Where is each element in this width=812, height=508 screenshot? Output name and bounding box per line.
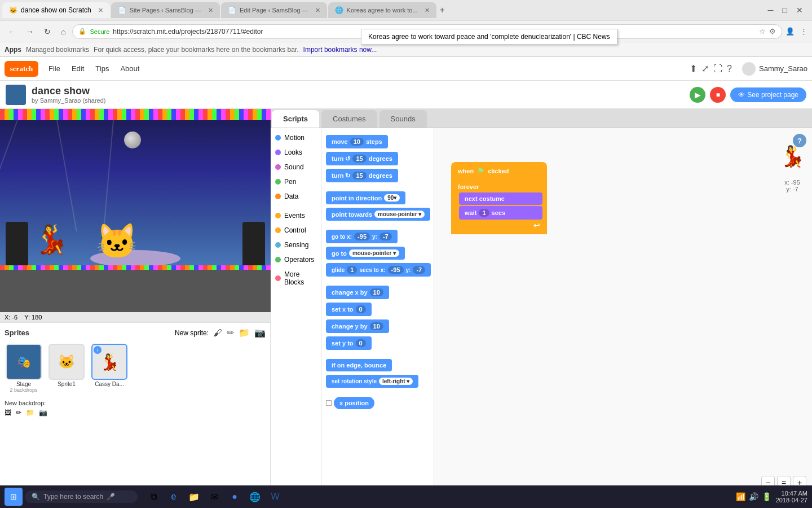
tab-samsblog1[interactable]: 📄 Site Pages ‹ SamsBlog — ✕	[111, 2, 220, 18]
taskbar-task-view[interactable]: ⧉	[144, 488, 162, 506]
block-set-y[interactable]: set y to 0	[326, 335, 429, 351]
green-flag-button[interactable]: ▶	[690, 87, 705, 103]
project-name-input[interactable]	[32, 85, 201, 97]
see-project-button[interactable]: 👁 See project page	[730, 87, 806, 102]
close-button[interactable]: ✕	[794, 5, 805, 16]
x-position-block[interactable]: x position	[334, 397, 374, 409]
sound-icon[interactable]: 🔊	[749, 492, 758, 501]
search-sprite-button[interactable]: ✏	[227, 327, 234, 338]
camera-sprite-button[interactable]: 📷	[254, 327, 266, 338]
apps-link[interactable]: Apps	[5, 46, 21, 54]
turn-ccw-block[interactable]: turn ↺ 15 degrees	[326, 152, 398, 165]
block-goto-xy[interactable]: go to x: -95 y: -7	[326, 229, 429, 244]
change-x-block[interactable]: change x by 10	[326, 286, 389, 299]
set-y-block[interactable]: set y to 0	[326, 336, 372, 350]
managed-bookmarks[interactable]: Managed bookmarks	[26, 46, 89, 54]
upload-icon[interactable]: ⬆	[690, 63, 697, 74]
maximize-button[interactable]: □	[780, 5, 789, 16]
point-towards-dropdown[interactable]: mouse-pointer ▾	[374, 211, 425, 218]
turn-cw-block[interactable]: turn ↻ 15 degrees	[326, 169, 398, 182]
wait-block[interactable]: wait 1 secs	[459, 206, 542, 220]
block-point-towards[interactable]: point towards mouse-pointer ▾	[326, 207, 429, 222]
block-change-y[interactable]: change y by 10	[326, 318, 429, 334]
cat-looks[interactable]: Looks	[271, 145, 321, 160]
taskbar-app6[interactable]: 🌐	[246, 488, 264, 506]
glide-block[interactable]: glide 1 secs to x: -95 y: -7	[326, 263, 431, 277]
menu-icon[interactable]: ⋮	[800, 27, 807, 36]
rotation-dropdown[interactable]: left-right ▾	[379, 378, 413, 385]
upload-backdrop-icon[interactable]: 📁	[26, 409, 34, 417]
block-set-x[interactable]: set x to 0	[326, 301, 429, 317]
cat-motion[interactable]: Motion	[271, 130, 321, 145]
x-position-checkbox[interactable]	[326, 400, 332, 406]
forever-wrapper[interactable]: forever next costume wait 1 secs	[451, 180, 547, 234]
menu-edit[interactable]: Edit	[67, 62, 89, 75]
tab-sounds[interactable]: Sounds	[379, 110, 427, 128]
block-change-x[interactable]: change x by 10	[326, 284, 429, 300]
battery-icon[interactable]: 🔋	[762, 492, 771, 501]
fullscreen2-icon[interactable]: ⛶	[713, 64, 722, 74]
refresh-button[interactable]: ↻	[41, 26, 54, 37]
cat-operators[interactable]: Operators	[271, 252, 321, 267]
taskbar-word[interactable]: W	[266, 488, 284, 506]
tab-news[interactable]: 🌐 Koreas agree to work to... ✕	[328, 2, 436, 18]
block-glide[interactable]: glide 1 secs to x: -95 y: -7	[326, 262, 429, 278]
when-clicked-block[interactable]: when ⚑ clicked	[451, 162, 547, 180]
home-button[interactable]: ⌂	[58, 26, 69, 37]
block-point-dir[interactable]: point in direction 90▾	[326, 190, 429, 205]
block-goto[interactable]: go to mouse-pointer ▾	[326, 246, 429, 261]
menu-tips[interactable]: Tips	[91, 62, 113, 75]
taskbar-chrome[interactable]: ●	[226, 488, 244, 506]
cassy-sprite-item[interactable]: 💃 i Cassy Da...	[90, 343, 129, 394]
help-icon[interactable]: ?	[727, 64, 732, 74]
rotation-style-block[interactable]: set rotation style left-right ▾	[326, 375, 418, 388]
tab-close-scratch[interactable]: ✕	[98, 7, 103, 14]
cat-more-blocks[interactable]: More Blocks	[271, 267, 321, 290]
taskbar-edge[interactable]: e	[165, 488, 183, 506]
set-x-block[interactable]: set x to 0	[326, 303, 372, 316]
bounce-block[interactable]: if on edge, bounce	[326, 359, 392, 371]
menu-file[interactable]: File	[44, 62, 65, 75]
point-towards-block[interactable]: point towards mouse-pointer ▾	[326, 208, 430, 221]
stage-canvas[interactable]: 🐱 💃	[0, 109, 271, 312]
paint-sprite-button[interactable]: 🖌	[213, 328, 222, 338]
back-button[interactable]: ←	[5, 26, 19, 37]
camera-backdrop-icon[interactable]: 📷	[39, 409, 47, 417]
fullscreen-icon[interactable]: ⤢	[701, 63, 709, 74]
paint-backdrop-icon[interactable]: 🖼	[5, 409, 11, 417]
scratch-logo[interactable]: scratch	[5, 61, 38, 77]
start-button[interactable]: ⊞	[5, 488, 23, 506]
tab-samsblog2[interactable]: 📄 Edit Page ‹ SamsBlog — ✕	[221, 2, 327, 18]
forward-button[interactable]: →	[23, 26, 37, 37]
taskbar-search[interactable]: 🔍 Type here to search 🎤	[25, 491, 138, 503]
extension-icon[interactable]: ⚙	[769, 27, 776, 36]
sprite1-item[interactable]: 🐱 Sprite1	[47, 343, 86, 394]
minimize-button[interactable]: ─	[766, 5, 776, 16]
block-bounce[interactable]: if on edge, bounce	[326, 358, 429, 373]
taskbar-mail[interactable]: ✉	[205, 488, 223, 506]
change-y-block[interactable]: change y by 10	[326, 319, 389, 333]
edit-backdrop-icon[interactable]: ✏	[16, 409, 21, 417]
new-tab-button[interactable]: +	[440, 5, 445, 15]
stage-sprite-item[interactable]: 🎭 Stage 2 backdrops	[5, 343, 43, 394]
cat-sound[interactable]: Sound	[271, 160, 321, 174]
goto-xy-block[interactable]: go to x: -95 y: -7	[326, 230, 398, 243]
tab-costumes[interactable]: Costumes	[321, 110, 377, 128]
taskbar-explorer[interactable]: 📁	[185, 488, 203, 506]
point-direction-block[interactable]: point in direction 90▾	[326, 191, 405, 204]
upload-sprite-button[interactable]: 📁	[239, 327, 250, 338]
block-turn-ccw[interactable]: turn ↺ 15 degrees	[326, 151, 429, 167]
tab-scripts[interactable]: Scripts	[272, 110, 319, 128]
stop-button[interactable]: ■	[710, 87, 726, 103]
cat-data[interactable]: Data	[271, 189, 321, 204]
menu-about[interactable]: About	[116, 62, 144, 75]
cat-pen[interactable]: Pen	[271, 174, 321, 189]
script-help-button[interactable]: ?	[793, 134, 806, 147]
cat-events[interactable]: Events	[271, 208, 321, 223]
star-icon[interactable]: ☆	[759, 27, 766, 36]
move-block[interactable]: move 10 steps	[326, 135, 388, 148]
user-name[interactable]: Sammy_Sarao	[759, 64, 807, 73]
cat-sensing[interactable]: Sensing	[271, 238, 321, 252]
tab-close-samsblog2[interactable]: ✕	[315, 7, 320, 14]
goto-dropdown[interactable]: mouse-pointer ▾	[349, 249, 399, 257]
